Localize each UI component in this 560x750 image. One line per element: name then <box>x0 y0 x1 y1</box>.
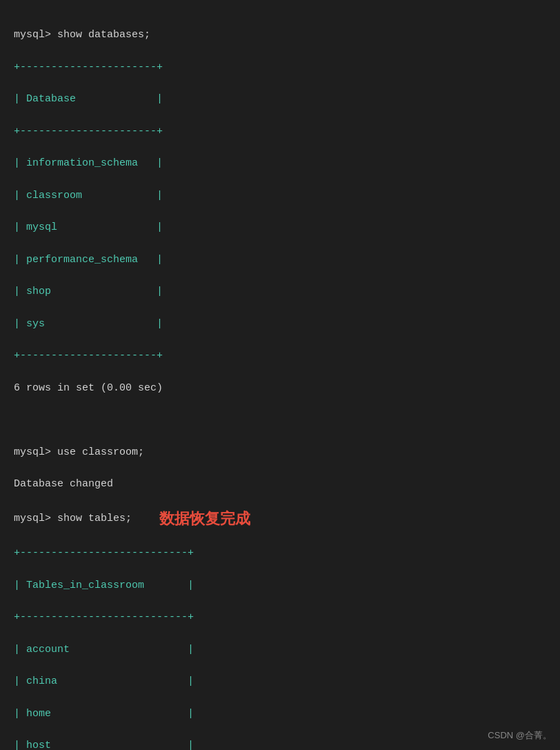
row-host: | host | <box>14 740 194 750</box>
terminal-window: mysql> show databases; +----------------… <box>14 11 546 509</box>
row-account: | account | <box>14 644 194 655</box>
row-shop: | shop | <box>14 286 163 297</box>
watermark: CSDN @合菁。 <box>488 729 552 742</box>
border-t2: +---------------------------+ <box>14 611 194 623</box>
border-t1: +---------------------------+ <box>14 547 194 559</box>
row-perf-schema: | performance_schema | <box>14 254 163 266</box>
border-3: +----------------------+ <box>14 350 163 362</box>
annotation-text: 数据恢复完成 <box>159 509 250 529</box>
line-show-databases: mysql> show databases; <box>14 29 150 41</box>
header-database: | Database | <box>14 93 163 105</box>
row-mysql: | mysql | <box>14 221 163 233</box>
row-info-schema: | information_schema | <box>14 157 163 169</box>
result-6rows: 6 rows in set (0.00 sec) <box>14 382 163 394</box>
row-classroom: | classroom | <box>14 190 163 201</box>
border-1: +----------------------+ <box>14 61 163 73</box>
row-sys: | sys | <box>14 318 163 330</box>
terminal-tables: +---------------------------+ | Tables_i… <box>14 529 546 750</box>
row-china: | china | <box>14 675 194 687</box>
show-tables-line: mysql> show tables; 数据恢复完成 <box>14 509 546 529</box>
border-2: +----------------------+ <box>14 126 163 137</box>
header-tables-in-classroom: | Tables_in_classroom | <box>14 580 194 591</box>
line-show-tables: mysql> show tables; <box>14 513 132 524</box>
line-db-changed: Database changed <box>14 478 113 490</box>
line-use-classroom: mysql> use classroom; <box>14 446 144 458</box>
row-home: | home | <box>14 708 194 720</box>
